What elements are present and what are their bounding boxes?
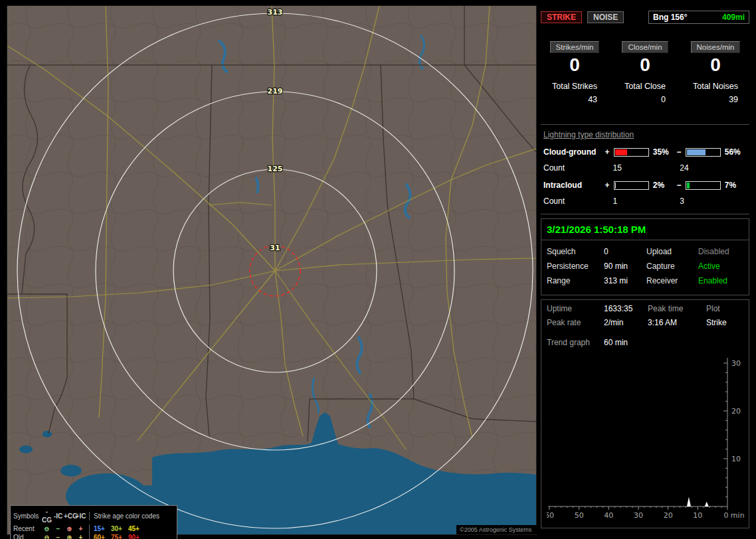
strikes-per-min-value: 0 [569,55,580,75]
cg-negative-count: 24 [680,163,747,173]
bearing-display: Bng 156° 409mi [648,11,749,24]
age-60: 60+ [94,533,105,539]
strikes-column: Strikes/min 0 Total Strikes 43 [539,41,610,104]
plus-sign: + [603,181,611,190]
rate-counters: Strikes/min 0 Total Strikes 43 Close/min… [539,41,751,104]
svg-text:313: 313 [268,8,283,17]
age-45: 45+ [128,524,140,533]
plot-value: Strike [706,318,743,327]
svg-text:219: 219 [268,87,283,96]
cg-negative-pct: 56% [725,147,747,157]
cloud-ground-row: Cloud-ground + 35% − 56% [543,147,747,157]
svg-text:30: 30 [634,511,643,520]
minus-sign: − [675,147,683,157]
legend-col-pic: +IC [75,512,86,520]
pcg-icon: ⊕ [64,524,75,533]
persistence-label: Persistence [547,262,604,271]
legend-symbols-header: Symbols [13,512,41,520]
cg-positive-gauge [614,148,649,157]
trend-chart: 1020300 min102030405060 [547,352,746,520]
upload-value: Disabled [698,247,743,256]
lightning-distribution: Lightning type distribution Cloud-ground… [541,124,749,214]
strike-legend: Symbols -CG -IC +CG +IC Strike age color… [10,505,177,539]
distribution-title: Lightning type distribution [543,130,747,139]
receiver-label: Receiver [646,276,698,285]
trend-info-grid: Uptime 1633:35 Peak time Plot Peak rate … [547,304,743,327]
trend-graph-row: Trend graph 60 min [547,338,743,347]
cg-positive-count: 15 [613,163,680,173]
legend-row-recent: Recent ⊖ − ⊕ + 15+ 30+ 45+ [13,524,174,533]
trend-graph-label: Trend graph [547,338,604,347]
close-per-min-button[interactable]: Close/min [622,41,668,53]
strike-toggle-button[interactable]: STRIKE [541,11,582,23]
age-90: 90+ [128,533,140,539]
cg-negative-gauge [686,148,721,157]
age-15: 15+ [94,524,105,533]
total-close-label: Total Close [624,82,666,91]
total-noises-label: Total Noises [693,82,738,91]
total-noises-value: 39 [729,95,738,104]
svg-text:10: 10 [731,455,741,463]
ic-positive-count: 1 [613,196,680,206]
total-close-value: 0 [661,95,666,104]
close-per-min-value: 0 [640,55,650,75]
noise-toggle-button[interactable]: NOISE [587,11,624,23]
uptime-label: Uptime [547,304,604,313]
cg-count-label: Count [543,163,613,173]
ncg-icon: ⊖ [41,524,52,533]
total-strikes-label: Total Strikes [552,82,597,91]
svg-text:125: 125 [268,165,283,173]
legend-col-ncg: -CG [41,507,52,524]
legend-col-pcg: +CG [64,512,75,520]
upload-label: Upload [646,247,698,256]
strikes-per-min-button[interactable]: Strikes/min [550,41,600,53]
total-strikes-value: 43 [588,95,597,104]
ic-positive-pct: 2% [653,181,675,190]
minus-sign: − [675,181,683,190]
plus-sign: + [603,147,611,157]
lightning-map[interactable]: 313 219 125 31 Symbols -CG -IC +CG +IC S… [7,5,537,535]
svg-text:40: 40 [604,511,613,520]
cg-positive-pct: 35% [653,147,675,157]
peak-rate-value: 2/min [604,318,648,327]
legend-col-nic: -IC [52,512,64,520]
pic-icon: + [75,524,86,533]
divider [541,240,749,240]
bearing-distance: 409mi [722,13,745,22]
svg-text:30: 30 [731,359,741,368]
capture-value: Active [698,262,743,271]
ic-negative-count: 3 [680,196,747,206]
svg-text:0 min: 0 min [723,511,744,520]
peak-rate-label: Peak rate [547,318,604,327]
squelch-value: 0 [604,247,646,256]
noises-per-min-value: 0 [710,55,721,75]
status-grid: Squelch 0 Upload Disabled Persistence 90… [547,247,743,285]
close-column: Close/min 0 Total Close 0 [610,41,680,104]
pic-old-icon: + [75,533,86,539]
legend-old-label: Old [13,533,41,539]
legend-row-old: Old ⊖ − ⊕ + 60+ 75+ 90+ [13,533,174,539]
cg-count-row: Count 15 24 [543,163,747,173]
noises-column: Noises/min 0 Total Noises 39 [680,41,751,104]
ic-count-row: Count 1 3 [543,196,747,206]
age-30: 30+ [111,524,122,533]
cloud-ground-label: Cloud-ground [543,147,603,157]
age-75: 75+ [111,533,122,539]
svg-text:20: 20 [664,511,673,520]
mode-controls: STRIKE NOISE Bng 156° 409mi [541,11,749,24]
receiver-status-box: 3/21/2026 1:50:18 PM Squelch 0 Upload Di… [541,218,749,295]
map-image: 313 219 125 31 [7,6,536,534]
pcg-old-icon: ⊕ [64,533,75,539]
intracloud-row: Intracloud + 2% − 7% [543,181,747,190]
squelch-label: Squelch [547,247,604,256]
plot-label: Plot [706,304,743,313]
ic-positive-gauge [614,181,649,190]
nic-icon: − [52,524,64,533]
svg-text:60: 60 [547,511,554,520]
svg-text:10: 10 [693,511,702,520]
trend-box: Uptime 1633:35 Peak time Plot Peak rate … [541,299,749,528]
range-value: 313 mi [604,276,646,285]
nic-old-icon: − [52,533,64,539]
noises-per-min-button[interactable]: Noises/min [691,41,741,53]
uptime-value: 1633:35 [604,304,648,313]
